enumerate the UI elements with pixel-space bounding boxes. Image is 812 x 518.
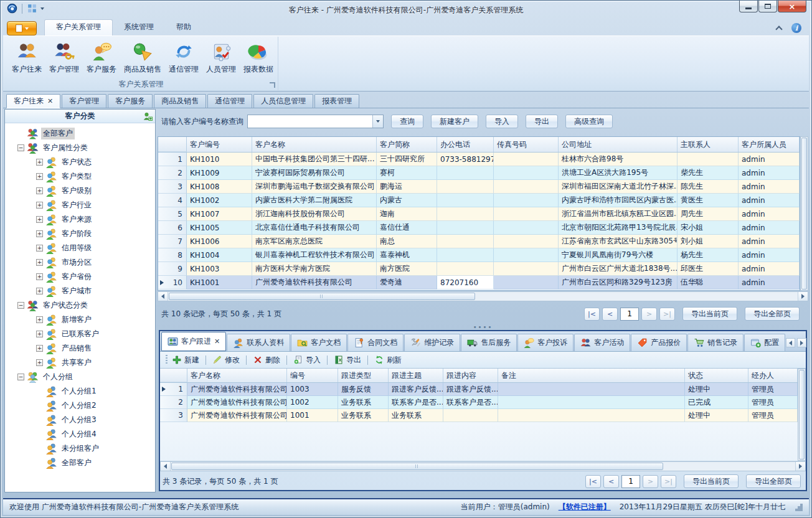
- column-header[interactable]: 跟进主题: [389, 369, 443, 382]
- combo-dropdown-button[interactable]: [372, 115, 383, 128]
- ribbon-item[interactable]: 客户管理: [45, 39, 83, 75]
- tree-node[interactable]: −个人分组: [5, 370, 155, 384]
- toolbar-button[interactable]: 导入: [292, 355, 322, 365]
- export-all-pages-button[interactable]: 导出全部页: [745, 307, 800, 321]
- customer-search-input[interactable]: [248, 115, 372, 128]
- scroll-right-button[interactable]: [798, 292, 808, 301]
- detail-tab[interactable]: 产品报价: [631, 334, 687, 351]
- scrollbar-thumb[interactable]: [171, 463, 663, 470]
- export-current-page-button[interactable]: 导出当前页: [682, 307, 737, 321]
- customer-search-combobox[interactable]: [247, 115, 384, 128]
- scrollbar-thumb[interactable]: [799, 370, 805, 459]
- tree-node[interactable]: +客户省份: [5, 270, 155, 284]
- dialog-launcher-icon[interactable]: [270, 82, 275, 88]
- ribbon-tab[interactable]: 帮助: [165, 19, 202, 35]
- detail-tab[interactable]: 联系人资料: [227, 334, 290, 351]
- column-header[interactable]: 跟进类型: [338, 369, 389, 382]
- collapse-ribbon-icon[interactable]: [775, 26, 782, 32]
- tree-expander-icon[interactable]: +: [36, 173, 43, 180]
- detail-tab[interactable]: 客户文档: [291, 334, 347, 351]
- tree-node[interactable]: +信用等级: [5, 241, 155, 255]
- tree-node[interactable]: 全部客户: [5, 126, 155, 141]
- toolbar-button[interactable]: 刷新: [373, 355, 403, 365]
- tree-expander-icon[interactable]: +: [36, 273, 43, 280]
- column-header[interactable]: 经办人: [748, 369, 798, 382]
- detail-tab[interactable]: 销售记录: [687, 334, 744, 351]
- tree-expander-icon[interactable]: +: [36, 202, 43, 209]
- last-page-button[interactable]: >|: [661, 475, 676, 488]
- ribbon-item[interactable]: 通信管理: [165, 39, 202, 75]
- column-header[interactable]: 跟进内容: [443, 369, 498, 382]
- query-button[interactable]: 查询: [391, 115, 423, 128]
- horizontal-scrollbar[interactable]: [160, 461, 806, 471]
- table-row[interactable]: 4KH1002内蒙古医科大学第二附属医院内蒙古内蒙古呼和浩特市回民区内蒙古医..…: [158, 194, 800, 207]
- tree-expander-icon[interactable]: −: [17, 144, 24, 151]
- horizontal-scrollbar[interactable]: [158, 291, 808, 301]
- minimize-button[interactable]: [739, 1, 758, 12]
- column-header[interactable]: 备注: [498, 369, 685, 382]
- tree-expander-icon[interactable]: +: [36, 316, 43, 323]
- tree-settings-icon[interactable]: [143, 111, 153, 121]
- detail-tab[interactable]: 客户跟进✕: [161, 332, 226, 351]
- tree-node[interactable]: +客户行业: [5, 198, 155, 212]
- tab-scroll-right-button[interactable]: [797, 338, 806, 347]
- close-button[interactable]: ×: [778, 1, 806, 12]
- tree-node[interactable]: 未分组客户: [5, 441, 155, 456]
- toolbar-button[interactable]: 新建: [171, 355, 201, 365]
- column-header[interactable]: 编号: [287, 369, 338, 382]
- tree-node[interactable]: −客户状态分类: [5, 298, 155, 313]
- toolbar-button[interactable]: 修改: [211, 355, 241, 365]
- detail-tab[interactable]: 配置: [744, 334, 785, 351]
- column-header[interactable]: 公司地址: [559, 137, 677, 152]
- tree-expander-icon[interactable]: +: [36, 359, 43, 366]
- tree-node[interactable]: +客户阶段: [5, 227, 155, 241]
- prev-page-button[interactable]: <: [602, 308, 618, 321]
- vertical-scrollbar[interactable]: [800, 136, 808, 291]
- scroll-left-button[interactable]: [161, 462, 171, 471]
- tree-expander-icon[interactable]: +: [36, 345, 43, 352]
- table-row[interactable]: 1KH1010中国电子科技集团公司第三十四研...三十四研究所0733-5881…: [158, 153, 800, 166]
- document-tab[interactable]: 客户往来✕: [6, 94, 60, 108]
- table-row[interactable]: 7KH1006南京军区南京总医院南总江苏省南京市玄武区中山东路305号刘小姐ad…: [158, 235, 800, 248]
- tree-expander-icon[interactable]: +: [36, 288, 43, 294]
- document-tab[interactable]: 客户管理: [62, 94, 106, 108]
- tree-expander-icon[interactable]: +: [36, 259, 43, 266]
- scroll-right-button[interactable]: [795, 462, 805, 471]
- info-icon[interactable]: i: [791, 23, 801, 33]
- query-button[interactable]: 导出: [526, 115, 558, 128]
- document-tab[interactable]: 通信管理: [207, 94, 252, 108]
- table-row[interactable]: 10KH1001广州爱奇迪软件科技有限公司爱奇迪87207160广州市白云区同和…: [158, 276, 800, 290]
- query-button[interactable]: 新建客户: [431, 115, 478, 128]
- tree-expander-icon[interactable]: +: [36, 230, 43, 237]
- tree-expander-icon[interactable]: +: [36, 216, 43, 223]
- column-header[interactable]: 客户简称: [377, 137, 437, 152]
- detail-tab[interactable]: 售后服务: [461, 334, 517, 351]
- next-page-button[interactable]: >: [643, 475, 658, 488]
- next-page-button[interactable]: >: [641, 308, 657, 321]
- query-button[interactable]: 导入: [486, 115, 518, 128]
- column-header[interactable]: 主联系人: [677, 137, 739, 152]
- toolbar-button[interactable]: 删除: [252, 355, 281, 365]
- tree-node[interactable]: 个人分组4: [5, 427, 155, 441]
- tree-node[interactable]: +客户级别: [5, 184, 155, 198]
- document-tab[interactable]: 客户服务: [108, 94, 153, 108]
- export-all-pages-button[interactable]: 导出全部页: [746, 474, 801, 488]
- column-header[interactable]: 传真号码: [494, 137, 559, 152]
- tree-node[interactable]: 全部客户: [5, 456, 155, 470]
- tree-expander-icon[interactable]: −: [17, 302, 24, 309]
- tree-node[interactable]: 个人分组3: [5, 413, 155, 427]
- ribbon-item[interactable]: 客户服务: [83, 39, 120, 75]
- last-page-button[interactable]: >|: [659, 308, 675, 321]
- column-header[interactable]: 办公电话: [437, 137, 494, 152]
- scrollbar-thumb[interactable]: [801, 138, 807, 290]
- tree-expander-icon[interactable]: +: [36, 187, 43, 194]
- table-row[interactable]: 2KH1009宁波赛柯国际贸易有限公司赛柯洪塘工业A区洪大路195号柴先生adm…: [158, 166, 800, 180]
- close-tab-icon[interactable]: ✕: [214, 338, 220, 345]
- prev-page-button[interactable]: <: [603, 475, 619, 488]
- tree-node[interactable]: +客户城市: [5, 284, 155, 298]
- page-number-input[interactable]: [620, 308, 639, 321]
- maximize-button[interactable]: [758, 1, 777, 12]
- detail-tab[interactable]: 客户投诉: [517, 334, 574, 351]
- tab-scroll-left-button[interactable]: [786, 338, 795, 347]
- column-header[interactable]: 客户编号: [187, 137, 252, 152]
